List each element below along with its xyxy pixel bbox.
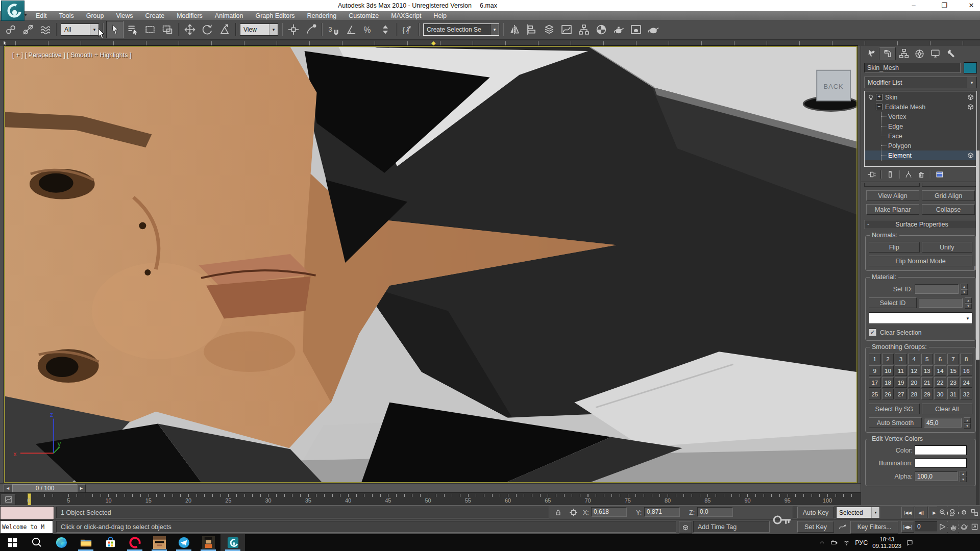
- surface-properties-rollout-header[interactable]: - Surface Properties: [864, 220, 977, 229]
- menu-maxscript[interactable]: MAXScript: [385, 12, 427, 19]
- remove-modifier-button[interactable]: [916, 169, 927, 180]
- wifi-icon[interactable]: [843, 539, 850, 546]
- edit-named-selection-sets-button[interactable]: { }: [400, 21, 416, 38]
- visibility-bulb-icon[interactable]: [867, 93, 875, 102]
- macro-recorder-box[interactable]: [0, 506, 54, 520]
- smoothing-group-18[interactable]: 18: [882, 377, 894, 388]
- illumination-swatch[interactable]: [915, 458, 967, 468]
- track-bar[interactable]: 0510152025303540455055606570758085909510…: [0, 492, 861, 506]
- next-frame-arrow[interactable]: ►: [77, 484, 86, 493]
- smoothing-group-30[interactable]: 30: [934, 389, 946, 399]
- chevron-down-icon[interactable]: ▾: [90, 24, 99, 35]
- taskbar-3ds-max-icon[interactable]: [220, 534, 245, 551]
- set-id-field[interactable]: [915, 284, 959, 294]
- show-end-result-button[interactable]: [885, 169, 896, 180]
- schematic-view-button[interactable]: [576, 21, 592, 38]
- menu-edit[interactable]: Edit: [30, 12, 53, 19]
- unify-button[interactable]: Unify: [922, 242, 973, 253]
- chevron-down-icon[interactable]: ▾: [490, 24, 499, 35]
- render-setup-button[interactable]: [610, 21, 627, 38]
- menu-create[interactable]: Create: [139, 12, 171, 19]
- panel-resize-grip[interactable]: |||: [974, 265, 975, 270]
- taskbar-file-explorer-icon[interactable]: [74, 534, 98, 551]
- auto-smooth-threshold-field[interactable]: 45,0: [924, 418, 962, 428]
- create-tab[interactable]: [863, 47, 879, 59]
- window-crossing-selection-button[interactable]: [159, 21, 176, 38]
- use-pivot-point-center-button[interactable]: [285, 21, 302, 38]
- 3ds-max-logo-icon[interactable]: [1, 1, 24, 21]
- select-and-manipulate-button[interactable]: [303, 21, 319, 38]
- display-tab[interactable]: [927, 47, 943, 59]
- motion-tab[interactable]: [912, 47, 927, 59]
- z-coordinate-field[interactable]: 0,0: [697, 507, 733, 517]
- align-button[interactable]: [524, 21, 540, 38]
- utilities-tab[interactable]: [943, 47, 959, 59]
- y-coordinate-field[interactable]: 0,871: [644, 507, 680, 517]
- spinner-snap-toggle-button[interactable]: [377, 21, 394, 38]
- manage-layers-button[interactable]: [541, 21, 557, 38]
- track-strip-key-diamond-icon[interactable]: ◆: [431, 40, 435, 46]
- smoothing-group-26[interactable]: 26: [882, 389, 894, 399]
- menu-help[interactable]: Help: [427, 12, 453, 19]
- open-mini-curve-editor-button[interactable]: [2, 494, 16, 505]
- battery-icon[interactable]: [830, 539, 838, 546]
- percent-snap-toggle-button[interactable]: %: [360, 21, 376, 38]
- perspective-viewport[interactable]: BACK x z y [ + ] [ Perspective ] [ Smoot…: [4, 46, 857, 483]
- smoothing-group-9[interactable]: 9: [869, 365, 881, 376]
- expand-plus-icon[interactable]: +: [876, 94, 883, 101]
- select-id-button[interactable]: Select ID: [869, 297, 917, 308]
- render-production-button[interactable]: [645, 21, 662, 38]
- taskbar-edge-icon[interactable]: [49, 534, 74, 551]
- taskbar-game-avatar-1-icon[interactable]: [147, 534, 172, 551]
- rendered-frame-window-button[interactable]: [628, 21, 644, 38]
- smoothing-group-28[interactable]: 28: [908, 389, 920, 399]
- menu-rendering[interactable]: Rendering: [301, 12, 343, 19]
- modifier-list-dropdown[interactable]: Modifier List ▾: [864, 77, 977, 88]
- taskbar-start-icon[interactable]: [0, 534, 24, 551]
- smoothing-group-20[interactable]: 20: [908, 377, 920, 388]
- chevron-down-icon[interactable]: ▾: [967, 77, 976, 88]
- close-button[interactable]: ✕: [964, 2, 979, 10]
- action-center-icon[interactable]: [906, 539, 914, 546]
- taskbar-game-avatar-2-icon[interactable]: [196, 534, 220, 551]
- add-time-tag[interactable]: Add Time Tag: [693, 521, 770, 533]
- smoothing-group-22[interactable]: 22: [934, 377, 946, 388]
- bind-to-space-warp-button[interactable]: [37, 21, 54, 38]
- collapse-button[interactable]: Collapse: [922, 204, 975, 215]
- tray-clock[interactable]: 18:43 09.11.2023: [872, 536, 901, 549]
- snaps-toggle-button[interactable]: 3: [325, 21, 341, 38]
- smoothing-group-7[interactable]: 7: [947, 354, 960, 364]
- angle-snap-toggle-button[interactable]: [342, 21, 359, 38]
- curve-editor-button[interactable]: [558, 21, 575, 38]
- language-indicator[interactable]: РУС: [855, 539, 868, 546]
- maxscript-mini-listener[interactable]: Welcome to M: [0, 520, 53, 534]
- menu-customize[interactable]: Customize: [342, 12, 385, 19]
- smoothing-group-32[interactable]: 32: [960, 389, 972, 399]
- modifier-stack-item-skin[interactable]: +Skin: [865, 92, 976, 102]
- smoothing-group-4[interactable]: 4: [908, 354, 920, 364]
- tray-chevron-icon[interactable]: [818, 539, 826, 546]
- collapse-minus-icon[interactable]: −: [876, 104, 883, 110]
- unlink-selection-button[interactable]: [20, 21, 36, 38]
- smoothing-group-24[interactable]: 24: [960, 377, 972, 388]
- smoothing-group-19[interactable]: 19: [895, 377, 907, 388]
- auto-smooth-button[interactable]: Auto Smooth: [869, 417, 922, 428]
- previous-frame-arrow[interactable]: ◄: [4, 484, 12, 493]
- key-filters-curve-icon[interactable]: [836, 521, 848, 533]
- auto-key-button[interactable]: Auto Key: [797, 507, 834, 518]
- select-by-sg-button[interactable]: Select By SG: [869, 404, 920, 414]
- viewport-label[interactable]: [ + ] [ Perspective ] [ Smooth + Highlig…: [12, 52, 131, 59]
- taskbar-search-icon[interactable]: [24, 534, 49, 551]
- pin-stack-button[interactable]: [866, 169, 877, 180]
- menu-views[interactable]: Views: [110, 12, 139, 19]
- menu-group[interactable]: Group: [80, 12, 110, 19]
- select-and-move-button[interactable]: [182, 21, 198, 38]
- auto-smooth-spinner[interactable]: ▴▾: [964, 417, 971, 428]
- clear-all-button[interactable]: Clear All: [922, 404, 973, 414]
- time-slider[interactable]: ◄ 0 / 100 ►: [0, 483, 861, 493]
- selection-filter-dropdown[interactable]: All▾: [61, 23, 99, 36]
- taskbar-opera-gx-icon[interactable]: [122, 534, 147, 551]
- configure-modifier-sets-button[interactable]: [934, 169, 945, 180]
- make-planar-button[interactable]: Make Planar: [866, 204, 919, 215]
- menu-graph-editors[interactable]: Graph Editors: [249, 12, 301, 19]
